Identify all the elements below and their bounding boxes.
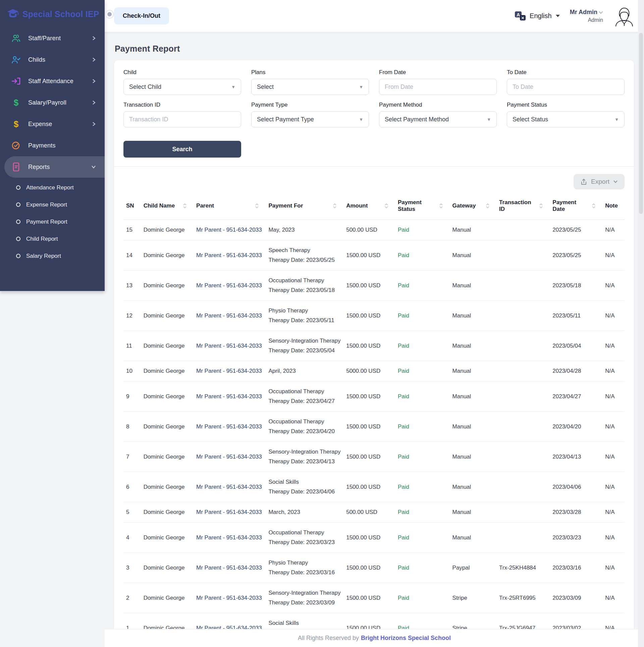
plans-select[interactable]: Select ▼ [251,79,369,95]
cell-note: N/A [602,412,625,442]
search-button[interactable]: Search [123,141,241,158]
parent-link[interactable]: Mr Parent - 951-634-2033 [196,368,262,374]
cell-payment-date: 2023/04/20 [550,412,602,442]
page-scrollbar[interactable] [638,0,644,647]
cell-payment-status: Paid [395,381,450,412]
sidebar-item-staff-attendance[interactable]: Staff Attendance [0,70,105,92]
cell-parent: Mr Parent - 951-634-2033 [194,271,266,301]
payment-method-select[interactable]: Select Payment Method ▼ [379,111,497,127]
select-value: Select Payment Method [385,116,449,123]
circle-icon [16,202,20,207]
cell-payment-for: Sensory-Integration TherapyTherapy Date:… [266,583,343,613]
footer-text: All Rights Reserved by [298,635,359,642]
cell-parent: Mr Parent - 951-634-2033 [194,381,266,412]
parent-link[interactable]: Mr Parent - 951-634-2033 [196,534,262,541]
sidebar-item-expense[interactable]: $ Expense [0,113,105,135]
child-select[interactable]: Select Child ▼ [123,79,241,95]
footer-brand-link[interactable]: Bright Horizons Special School [361,635,451,642]
sidebar-item-staff-parent[interactable]: Staff/Parent [0,27,105,49]
column-header-payment-for[interactable]: Payment For [266,192,343,220]
cell-transaction-id [496,331,550,361]
column-header-parent[interactable]: Parent [194,192,266,220]
sidebar-item-childs[interactable]: Childs [0,49,105,70]
parent-link[interactable]: Mr Parent - 951-634-2033 [196,484,262,490]
cell-transaction-id [496,361,550,381]
table-row: 3Dominic GeorgeMr Parent - 951-634-2033P… [123,553,625,583]
sidebar-toggle-button[interactable] [105,10,114,19]
filter-to-date: To Date [507,69,625,95]
filter-plans: Plans Select ▼ [251,69,369,95]
circle-icon [16,185,20,190]
parent-link[interactable]: Mr Parent - 951-634-2033 [196,343,262,349]
sidebar-item-label: Childs [28,56,85,63]
payment-type-select[interactable]: Select Payment Type ▼ [251,111,369,127]
filter-label: Transaction ID [123,102,241,108]
transaction-id-input[interactable] [123,111,241,127]
cell-child-name: Dominic George [141,412,194,442]
cell-gateway: Manual [450,381,497,412]
cell-transaction-id [496,240,550,271]
column-header-payment-status[interactable]: Payment Status [395,192,450,220]
dollar-icon: $ [11,98,21,107]
from-date-input[interactable] [379,79,497,95]
parent-link[interactable]: Mr Parent - 951-634-2033 [196,282,262,289]
content-area: Payment Report Child Select Child ▼ Plan… [105,32,644,647]
select-caret-icon: ▼ [487,117,491,122]
parent-link[interactable]: Mr Parent - 951-634-2033 [196,393,262,400]
select-caret-icon: ▼ [359,117,363,122]
cell-child-name: Dominic George [141,553,194,583]
cell-sn: 7 [123,442,141,472]
filter-label: Child [123,69,241,76]
cell-sn: 10 [123,361,141,381]
chevron-right-icon [92,57,96,62]
cell-amount: 1500.00 USD [343,240,395,271]
payment-status-select[interactable]: Select Status ▼ [507,111,625,127]
reports-submenu: Attendance Report Expense Report Payment… [0,178,105,268]
parent-link[interactable]: Mr Parent - 951-634-2033 [196,454,262,460]
parent-link[interactable]: Mr Parent - 951-634-2033 [196,565,262,571]
language-selector[interactable]: A ✕ English [515,11,560,21]
user-avatar[interactable] [613,5,635,27]
cell-payment-date: 2023/04/28 [550,361,602,381]
export-button[interactable]: Export [574,174,625,189]
parent-link[interactable]: Mr Parent - 951-634-2033 [196,252,262,258]
sidebar-subitem-label: Salary Report [26,253,61,259]
check-in-out-button[interactable]: Check-In/Out [114,7,169,24]
cell-transaction-id [496,412,550,442]
cell-note: N/A [602,301,625,331]
sidebar-item-reports[interactable]: Reports [4,156,105,178]
parent-link[interactable]: Mr Parent - 951-634-2033 [196,423,262,430]
parent-link[interactable]: Mr Parent - 951-634-2033 [196,595,262,601]
sidebar-item-salary-payroll[interactable]: $ Salary/Payroll [0,92,105,113]
language-label: English [530,12,552,20]
column-header-gateway[interactable]: Gateway [450,192,497,220]
cell-payment-for: Sensory-Integration TherapyTherapy Date:… [266,442,343,472]
scrollbar-thumb[interactable] [639,33,643,214]
filter-payment-type: Payment Type Select Payment Type ▼ [251,102,369,127]
column-header-amount[interactable]: Amount [343,192,395,220]
filter-from-date: From Date [379,69,497,95]
cell-parent: Mr Parent - 951-634-2033 [194,472,266,502]
sidebar-subitem-expense-report[interactable]: Expense Report [0,196,105,213]
column-header-payment-date[interactable]: Payment Date [550,192,602,220]
sidebar-subitem-attendance-report[interactable]: Attendance Report [0,179,105,196]
sidebar-subitem-child-report[interactable]: Child Report [0,230,105,247]
column-header-child-name[interactable]: Child Name [141,192,194,220]
to-date-input[interactable] [507,79,625,95]
cell-payment-for: Occupational TherapyTherapy Date: 2023/0… [266,412,343,442]
table-row: 4Dominic GeorgeMr Parent - 951-634-2033O… [123,523,625,553]
parent-link[interactable]: Mr Parent - 951-634-2033 [196,509,262,515]
parent-link[interactable]: Mr Parent - 951-634-2033 [196,312,262,319]
check-circle-icon [11,141,21,150]
cell-payment-date: 2023/03/16 [550,553,602,583]
parent-link[interactable]: Mr Parent - 951-634-2033 [196,227,262,233]
cell-payment-date: 2023/05/18 [550,271,602,301]
sidebar-subitem-payment-report[interactable]: Payment Report [0,213,105,230]
sidebar-item-label: Payments [28,142,96,149]
select-value: Select [257,83,274,91]
sidebar-item-payments[interactable]: Payments [0,135,105,156]
column-header-transaction-id[interactable]: Transaction ID [496,192,550,220]
sidebar-subitem-salary-report[interactable]: Salary Report [0,247,105,264]
user-menu[interactable]: Mr Admin Admin [570,9,603,23]
chevron-down-icon [613,180,618,183]
